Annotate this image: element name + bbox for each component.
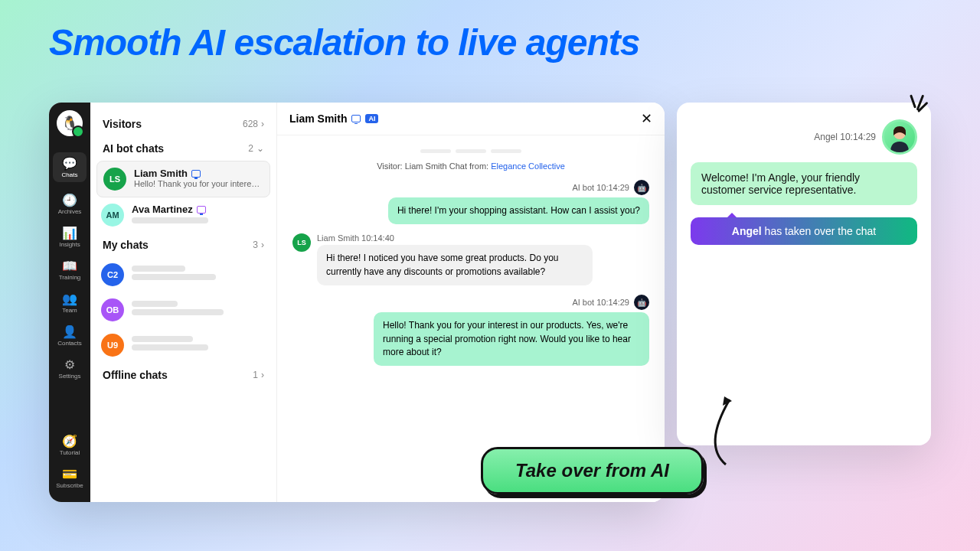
- chevron-down-icon: ⌄: [256, 143, 264, 154]
- section-count: 3 ›: [253, 240, 264, 250]
- section-count: 2 ⌄: [248, 143, 264, 154]
- section-my-chats[interactable]: My chats 3 ›: [90, 233, 276, 257]
- conversation-title: Liam Smith AI: [289, 112, 378, 125]
- app-logo[interactable]: 🐧: [57, 110, 83, 136]
- chat-item[interactable]: OB: [90, 292, 276, 328]
- section-title: Visitors: [103, 118, 142, 130]
- nav-training[interactable]: 📖 Training: [59, 259, 81, 281]
- nav-label: Tutorial: [60, 449, 80, 456]
- chat-item[interactable]: U9: [90, 328, 276, 363]
- section-title: Offline chats: [103, 369, 168, 381]
- section-title: My chats: [103, 239, 149, 251]
- chat-list: Visitors 628 › AI bot chats 2 ⌄ LS Liam …: [90, 103, 277, 502]
- monitor-icon: [197, 206, 206, 214]
- nav-label: Chats: [62, 171, 78, 178]
- bot-avatar-icon: 🤖: [634, 295, 649, 310]
- message-meta: Liam Smith 10:14:40: [317, 233, 593, 243]
- book-icon: 📖: [63, 259, 77, 272]
- loading-indicator: [292, 149, 649, 154]
- nav-insights[interactable]: 📊 Insights: [59, 226, 80, 248]
- nav-label: Team: [62, 307, 77, 314]
- chat-name: Ava Martinez: [132, 204, 266, 215]
- message-bubble: Hi there! I noticed you have some great …: [317, 245, 593, 285]
- avatar: U9: [101, 334, 124, 357]
- takeover-callout-button[interactable]: Take over from AI: [481, 447, 704, 494]
- nav-tutorial[interactable]: 🧭 Tutorial: [60, 434, 80, 456]
- nav-label: Insights: [59, 241, 80, 248]
- conversation-panel: Liam Smith AI ✕ Visitor: Liam Smith Chat…: [277, 103, 665, 502]
- chevron-right-icon: ›: [261, 370, 264, 380]
- chat-name: Liam Smith: [134, 168, 263, 179]
- monitor-icon: [191, 170, 201, 178]
- avatar: LS: [292, 233, 311, 252]
- archive-icon: 🕘: [63, 193, 77, 207]
- agent-header: Angel 10:14:29: [691, 119, 917, 155]
- takeover-banner: Angel has taken over the chat: [691, 217, 917, 245]
- avatar: OB: [101, 298, 124, 321]
- section-visitors[interactable]: Visitors 628 ›: [90, 112, 276, 136]
- chevron-right-icon: ›: [261, 240, 264, 250]
- agent-welcome-bubble: Welcome! I'm Angle, your friendly custom…: [691, 162, 917, 205]
- hero-title: Smooth AI escalation to live agents: [0, 0, 980, 82]
- chat-icon: 💬: [63, 156, 77, 170]
- message-bot: AI bot 10:14:29 🤖 Hello! Thank you for y…: [292, 295, 649, 366]
- nav-label: Archives: [58, 208, 82, 215]
- gear-icon: ⚙: [63, 357, 77, 371]
- nav-label: Subscribe: [56, 482, 83, 489]
- chat-item[interactable]: C2: [90, 257, 276, 292]
- chat-preview: Hello! Thank you for your interest...: [134, 179, 263, 188]
- section-count: 628 ›: [243, 119, 264, 129]
- bot-avatar-icon: 🤖: [634, 180, 649, 195]
- monitor-icon: [351, 115, 361, 122]
- agent-meta: Angel 10:14:29: [814, 132, 876, 142]
- chat-item-ava[interactable]: AM Ava Martinez: [90, 197, 276, 233]
- avatar: LS: [103, 168, 126, 191]
- close-icon[interactable]: ✕: [641, 110, 652, 127]
- section-ai-chats[interactable]: AI bot chats 2 ⌄: [90, 136, 276, 161]
- nav-contacts[interactable]: 👤 Contacts: [57, 324, 82, 347]
- app-shell: 🐧 💬 Chats 🕘 Archives 📊 Insights 📖 Traini…: [49, 103, 665, 502]
- compass-icon: 🧭: [63, 434, 77, 448]
- context-line: Visitor: Liam Smith Chat from: Elegance …: [292, 161, 649, 171]
- nav-archives[interactable]: 🕘 Archives: [58, 193, 82, 215]
- team-icon: 👥: [63, 292, 77, 305]
- nav-chats[interactable]: 💬 Chats: [53, 152, 87, 182]
- message-visitor: LS Liam Smith 10:14:40 Hi there! I notic…: [292, 233, 649, 285]
- message-bubble: Hi there! I'm your shopping assistant. H…: [388, 197, 649, 224]
- ai-badge: AI: [365, 114, 378, 123]
- message-bot: AI bot 10:14:29 🤖 Hi there! I'm your sho…: [292, 180, 649, 224]
- message-meta: AI bot 10:14:29 🤖: [572, 180, 649, 195]
- card-icon: 💳: [63, 467, 77, 481]
- store-link[interactable]: Elegance Collective: [491, 161, 565, 171]
- message-bubble: Hello! Thank you for your interest in ou…: [374, 312, 649, 366]
- section-title: AI bot chats: [103, 142, 164, 155]
- nav-team[interactable]: 👥 Team: [62, 292, 77, 314]
- nav-settings[interactable]: ⚙ Settings: [59, 357, 81, 380]
- nav-subscribe[interactable]: 💳 Subscribe: [56, 467, 83, 489]
- nav-label: Contacts: [57, 340, 82, 347]
- chart-icon: 📊: [63, 226, 77, 240]
- chat-item-liam[interactable]: LS Liam Smith Hello! Thank you for your …: [96, 161, 270, 197]
- nav-label: Settings: [59, 373, 81, 380]
- message-meta: AI bot 10:14:29 🤖: [572, 295, 649, 310]
- section-count: 1 ›: [253, 370, 264, 380]
- conversation-header: Liam Smith AI ✕: [277, 103, 665, 135]
- nav-label: Training: [59, 274, 81, 281]
- avatar: C2: [101, 263, 124, 286]
- contacts-icon: 👤: [63, 324, 77, 338]
- nav-rail: 🐧 💬 Chats 🕘 Archives 📊 Insights 📖 Traini…: [49, 103, 90, 502]
- section-offline[interactable]: Offline chats 1 ›: [90, 363, 276, 387]
- chevron-right-icon: ›: [261, 119, 264, 129]
- avatar: AM: [101, 204, 124, 227]
